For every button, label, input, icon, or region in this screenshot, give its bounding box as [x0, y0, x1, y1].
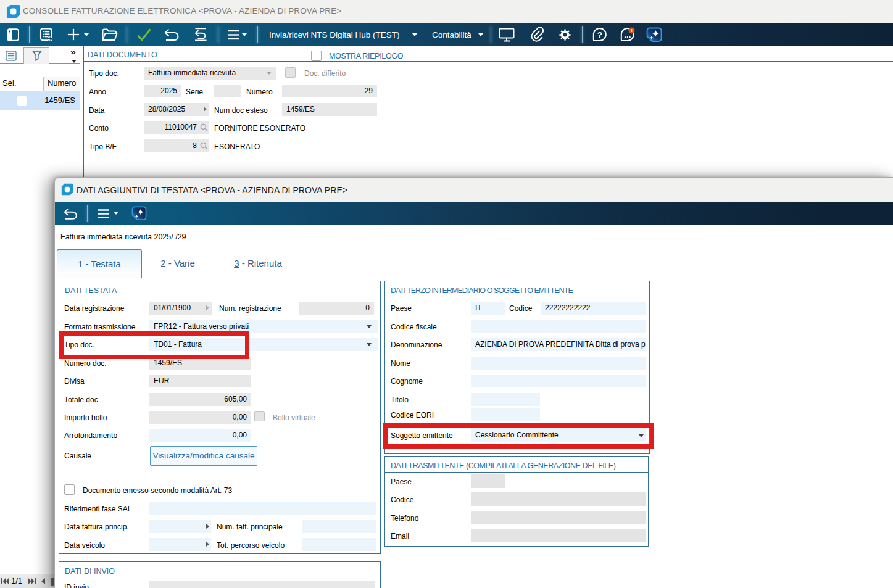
svg-text:i: i: [631, 28, 632, 33]
svg-text:?: ?: [597, 30, 602, 39]
